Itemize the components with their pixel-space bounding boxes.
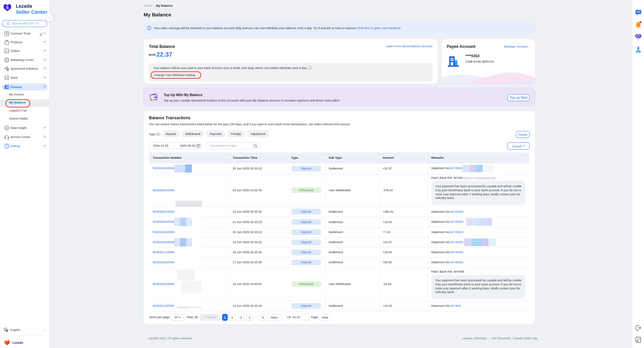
svg-text:S: S [6,5,9,10]
svg-text:A: A [6,330,8,332]
svg-text:$: $ [7,69,8,71]
svg-text:?: ? [6,144,8,148]
